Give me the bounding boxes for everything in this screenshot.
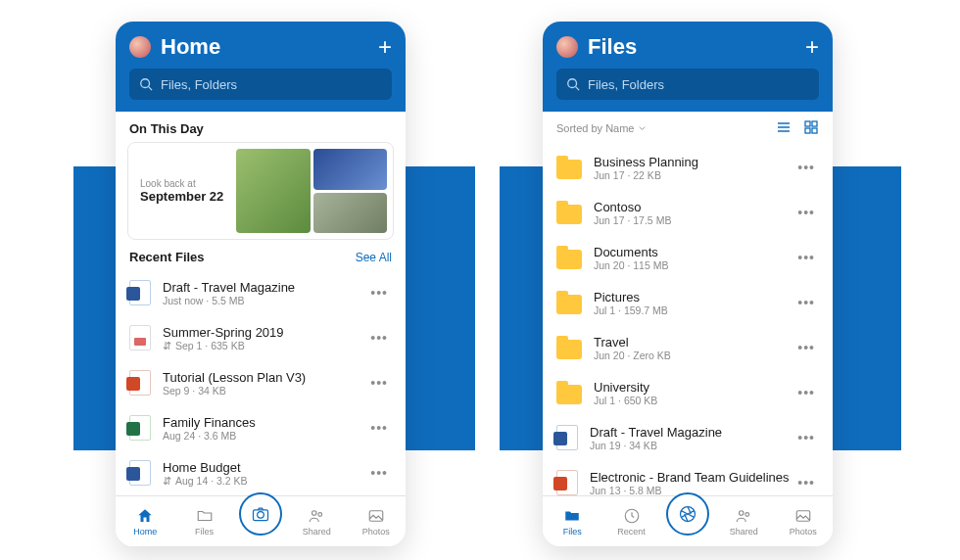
more-button[interactable]: ••• [366, 416, 392, 440]
search-box[interactable] [129, 69, 392, 100]
svg-rect-6 [369, 510, 383, 521]
svg-point-3 [258, 511, 264, 518]
page-title: Home [161, 34, 378, 60]
file-row[interactable]: Draft - Travel MagazineJust now · 5.5 MB… [116, 270, 406, 315]
ppt-icon [556, 470, 578, 495]
svg-rect-20 [796, 510, 810, 521]
more-button[interactable]: ••• [793, 291, 819, 314]
more-button[interactable]: ••• [793, 381, 819, 404]
camera-fab[interactable] [239, 492, 282, 536]
svg-rect-12 [805, 121, 810, 126]
files-tabbar: Files Recent Shared Photos [543, 495, 833, 546]
word-icon [129, 460, 151, 486]
file-row[interactable]: Family FinancesAug 24 · 3.6 MB••• [116, 405, 406, 450]
tab-photos[interactable]: Photos [779, 507, 828, 537]
file-meta: ⇵Sep 1 · 635 KB [163, 340, 366, 351]
tab-recent[interactable]: Recent [607, 507, 656, 537]
file-meta: Jul 1 · 650 KB [594, 395, 793, 406]
folder-icon [556, 250, 582, 269]
file-name: Tutorial (Lesson Plan V3) [163, 370, 366, 385]
page-title: Files [588, 34, 805, 60]
file-row[interactable]: PicturesJul 1 · 159.7 MB••• [543, 280, 833, 325]
file-row[interactable]: Draft - Travel MagazineJun 19 · 34 KB••• [543, 415, 833, 460]
more-button[interactable]: ••• [366, 326, 392, 350]
file-name: Business Planning [594, 155, 793, 169]
thumb-4 [313, 193, 388, 234]
more-button[interactable]: ••• [793, 426, 819, 449]
word-icon [556, 425, 578, 450]
more-button[interactable]: ••• [793, 246, 819, 269]
file-name: Draft - Travel Magazine [163, 280, 366, 295]
sort-dropdown[interactable]: Sorted by Name [556, 122, 764, 134]
home-icon [136, 507, 154, 525]
file-meta: Aug 24 · 3.6 MB [163, 430, 366, 442]
chevron-down-icon [638, 124, 647, 133]
folder-icon [556, 205, 582, 224]
svg-rect-13 [812, 121, 817, 126]
file-row[interactable]: ContosoJun 17 · 17.5 MB••• [543, 190, 833, 235]
file-meta: Jun 17 · 17.5 MB [594, 214, 793, 226]
tab-photos[interactable]: Photos [352, 507, 401, 537]
file-row[interactable]: Tutorial (Lesson Plan V3)Sep 9 · 34 KB••… [116, 360, 406, 405]
grid-view-icon[interactable] [803, 119, 819, 137]
add-button[interactable]: + [805, 33, 819, 61]
clock-icon [623, 507, 641, 525]
add-button[interactable]: + [378, 33, 392, 61]
file-row[interactable]: Electronic - Brand Team GuidelinesJun 13… [543, 460, 833, 495]
file-row[interactable]: Business PlanningJun 17 · 22 KB••• [543, 145, 833, 190]
avatar[interactable] [129, 36, 151, 58]
file-row[interactable]: Home Budget⇵Aug 14 · 3.2 KB••• [116, 450, 406, 495]
home-screen: Home + On This Day Look back at Septembe… [116, 22, 406, 546]
file-row[interactable]: DocumentsJun 20 · 115 MB••• [543, 235, 833, 280]
file-row[interactable]: UniversityJul 1 · 650 KB••• [543, 370, 833, 415]
scan-fab[interactable] [666, 492, 709, 536]
svg-line-8 [576, 87, 580, 91]
tab-home[interactable]: Home [120, 507, 169, 537]
file-meta: Jun 20 · Zero KB [594, 350, 793, 361]
more-button[interactable]: ••• [793, 201, 819, 224]
see-all-link[interactable]: See All [356, 251, 392, 264]
file-name: Documents [594, 245, 793, 259]
search-input[interactable] [588, 77, 809, 92]
photos-icon [367, 507, 385, 525]
folder-icon [556, 295, 582, 314]
photos-icon [794, 507, 812, 525]
search-input[interactable] [161, 77, 382, 92]
file-meta: Sep 9 · 34 KB [163, 385, 366, 397]
svg-point-7 [568, 79, 577, 88]
tab-shared[interactable]: Shared [719, 507, 768, 537]
folder-icon [556, 160, 582, 179]
more-button[interactable]: ••• [793, 336, 819, 359]
file-row[interactable]: Summer-Spring 2019⇵Sep 1 · 635 KB••• [116, 315, 406, 360]
tab-files[interactable]: Files [180, 507, 229, 537]
list-view-icon[interactable] [776, 119, 792, 137]
more-button[interactable]: ••• [366, 461, 392, 485]
file-name: Summer-Spring 2019 [163, 325, 366, 340]
tab-shared[interactable]: Shared [292, 507, 341, 537]
tab-files[interactable]: Files [548, 507, 597, 537]
people-icon [735, 507, 752, 525]
memory-date: September 22 [140, 189, 224, 204]
file-name: Family Finances [163, 415, 366, 430]
home-tabbar: Home Files Shared Photos [116, 495, 406, 546]
file-name: Contoso [594, 200, 793, 214]
more-button[interactable]: ••• [793, 156, 819, 179]
file-name: Home Budget [163, 460, 366, 475]
svg-rect-15 [812, 128, 817, 133]
people-icon [308, 507, 325, 525]
memory-card[interactable]: Look back at September 22 [127, 142, 394, 240]
memory-thumbnails [236, 143, 393, 239]
svg-point-0 [141, 79, 150, 88]
more-button[interactable]: ••• [793, 471, 819, 494]
more-button[interactable]: ••• [366, 281, 392, 304]
recent-header: Recent Files [129, 250, 205, 264]
avatar[interactable] [556, 36, 578, 58]
search-box[interactable] [556, 69, 819, 100]
file-row[interactable]: TravelJun 20 · Zero KB••• [543, 325, 833, 370]
excel-icon [129, 415, 151, 441]
folder-icon [556, 385, 582, 404]
more-button[interactable]: ••• [366, 371, 392, 395]
shared-icon: ⇵ [163, 340, 171, 351]
folder-icon [556, 340, 582, 359]
svg-line-1 [149, 87, 153, 91]
